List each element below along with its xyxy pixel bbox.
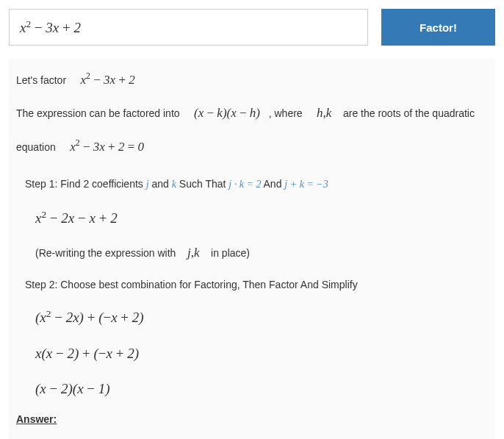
step2-line1: (x2 − 2x) + (−x + 2) xyxy=(16,306,488,329)
lets-factor-line: Let's factor x2 − 3x + 2 xyxy=(16,69,488,90)
step2-label: Step 2: Choose best combination for Fact… xyxy=(16,276,488,293)
where-text: , where xyxy=(269,107,303,119)
answer-label: Answer: xyxy=(16,413,57,425)
hk-vars: h,k xyxy=(317,107,331,119)
factored-form: (x − k)(x − h) xyxy=(194,107,260,119)
expression-input[interactable]: x2 − 3x + 2 xyxy=(9,9,368,46)
step1-rewrite: x2 − 2x − x + 2 xyxy=(16,207,488,230)
factor-button[interactable]: Factor! xyxy=(381,9,495,46)
jk-vars: j,k xyxy=(187,247,200,259)
sentence-pre: The expression can be factored into xyxy=(16,107,180,119)
note-pre: (Re-writing the expression with xyxy=(35,247,176,259)
equation-word: equation xyxy=(16,141,56,153)
factored-form-line: The expression can be factored into (x −… xyxy=(16,103,488,123)
solution-panel: Let's factor x2 − 3x + 2 The expression … xyxy=(9,59,495,439)
equation-line: equation x2 − 3x + 2 = 0 xyxy=(16,136,488,157)
equation-expr: x2 − 3x + 2 = 0 xyxy=(70,141,144,153)
roots-text: are the roots of the quadratic xyxy=(343,107,475,119)
step1-note: (Re-writing the expression with j,k in p… xyxy=(16,243,488,263)
step1-label: Step 1: Find 2 coefficients j and k Such… xyxy=(16,176,488,193)
step2-line3: (x − 2)(x − 1) xyxy=(16,378,488,400)
lets-factor-expr: x2 − 3x + 2 xyxy=(81,74,135,86)
input-row: x2 − 3x + 2 Factor! xyxy=(9,9,495,46)
step2-line2: x(x − 2) + (−x + 2) xyxy=(16,343,488,365)
lets-factor-text: Let's factor xyxy=(16,74,66,86)
note-post: in place) xyxy=(211,247,250,259)
